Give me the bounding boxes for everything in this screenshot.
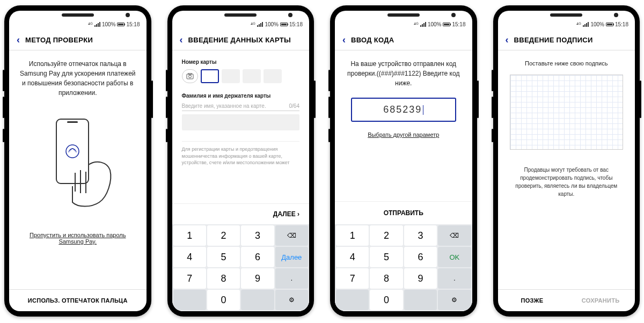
status-bar: ⁴ᴳ 100% 15:18 bbox=[335, 11, 472, 30]
battery-icon bbox=[117, 23, 125, 26]
use-fingerprint-button[interactable]: ИСПОЛЬЗ. ОТПЕЧАТОК ПАЛЬЦА bbox=[9, 289, 147, 311]
code-instruction: На ваше устройство отправлен код проверк… bbox=[345, 59, 463, 88]
key-1[interactable]: 1 bbox=[336, 225, 369, 246]
send-button[interactable]: ОТПРАВИТЬ bbox=[335, 201, 472, 224]
svg-point-2 bbox=[66, 145, 79, 158]
phone-1: ⁴ᴳ 100% 15:18 ‹ МЕТОД ПРОВЕРКИ Используй… bbox=[4, 5, 151, 317]
key-6[interactable]: 6 bbox=[404, 247, 437, 267]
svg-rect-0 bbox=[56, 119, 89, 183]
status-bar: ⁴ᴳ 100% 15:18 bbox=[172, 11, 310, 30]
key-0[interactable]: 0 bbox=[370, 290, 402, 310]
key-5[interactable]: 5 bbox=[207, 247, 240, 267]
key-7[interactable]: 7 bbox=[336, 268, 369, 289]
battery-icon bbox=[443, 23, 450, 26]
fingerprint-illustration bbox=[19, 114, 137, 210]
key-backspace[interactable]: ⌫ bbox=[438, 225, 471, 246]
page-title: ВВЕДЕНИЕ ПОДПИСИ bbox=[514, 36, 593, 44]
page-title: ВВОД КОДА bbox=[351, 36, 394, 44]
key-dot[interactable]: . bbox=[438, 268, 471, 289]
card-segment-3[interactable] bbox=[243, 69, 261, 83]
back-button[interactable]: ‹ bbox=[342, 34, 346, 46]
svg-rect-1 bbox=[67, 121, 78, 123]
phone-4: ⁴ᴳ 100% 15:18 ‹ ВВЕДЕНИЕ ПОДПИСИ Поставь… bbox=[493, 5, 640, 317]
battery-icon bbox=[280, 23, 288, 26]
card-segment-2[interactable] bbox=[222, 69, 240, 83]
key-8[interactable]: 8 bbox=[370, 268, 402, 289]
key-2[interactable]: 2 bbox=[370, 225, 402, 246]
numeric-keypad: 1 2 3 ⌫ 4 5 6 Далее 7 8 9 . 0 ⚙ bbox=[172, 224, 310, 311]
key-ok[interactable]: OK bbox=[438, 247, 471, 267]
back-button[interactable]: ‹ bbox=[180, 34, 183, 46]
skip-link[interactable]: Пропустить и использовать пароль Samsung… bbox=[19, 232, 137, 245]
key-2[interactable]: 2 bbox=[207, 225, 240, 246]
page-title: МЕТОД ПРОВЕРКИ bbox=[25, 36, 93, 44]
later-button[interactable]: ПОЗЖЕ bbox=[498, 290, 567, 311]
cardholder-label: Фамилия и имя держателя карты bbox=[182, 93, 300, 99]
next-button[interactable]: ДАЛЕЕ › bbox=[172, 203, 310, 224]
svg-point-4 bbox=[188, 75, 191, 78]
code-input[interactable]: 685239 bbox=[351, 98, 456, 122]
key-4[interactable]: 4 bbox=[336, 247, 369, 267]
numeric-keypad: 1 2 3 ⌫ 4 5 6 OK 7 8 9 . 0 ⚙ bbox=[335, 224, 472, 311]
key-6[interactable]: 6 bbox=[241, 247, 274, 267]
key-empty bbox=[173, 290, 206, 310]
battery-icon bbox=[606, 23, 613, 26]
back-button[interactable]: ‹ bbox=[17, 34, 20, 46]
key-9[interactable]: 9 bbox=[404, 268, 437, 289]
fraud-note: Для регистрации карты и предотвращения м… bbox=[182, 141, 300, 166]
key-4[interactable]: 4 bbox=[173, 247, 206, 267]
choose-other-link[interactable]: Выбрать другой параметр bbox=[345, 131, 463, 138]
card-segment-1[interactable] bbox=[201, 69, 219, 83]
signature-pad[interactable] bbox=[510, 75, 624, 150]
signature-heading: Поставьте ниже свою подпись bbox=[508, 59, 626, 68]
card-segment-4[interactable] bbox=[264, 69, 282, 83]
key-settings[interactable]: ⚙ bbox=[275, 290, 308, 310]
back-button[interactable]: ‹ bbox=[506, 34, 509, 46]
key-1[interactable]: 1 bbox=[173, 225, 206, 246]
cardholder-input[interactable]: Введите имя, указанное на карте. 0/64 bbox=[182, 103, 300, 111]
key-settings[interactable]: ⚙ bbox=[438, 290, 471, 310]
phone-2: ⁴ᴳ 100% 15:18 ‹ ВВЕДЕНИЕ ДАННЫХ КАРТЫ Но… bbox=[167, 5, 314, 317]
key-5[interactable]: 5 bbox=[370, 247, 402, 267]
instruction-text: Используйте отпечаток пальца в Samsung P… bbox=[19, 59, 137, 98]
key-9[interactable]: 9 bbox=[241, 268, 274, 289]
key-3[interactable]: 3 bbox=[404, 225, 437, 246]
card-number-label: Номер карты bbox=[182, 59, 300, 65]
key-empty2 bbox=[404, 290, 437, 310]
key-dot[interactable]: . bbox=[275, 268, 308, 289]
status-bar: ⁴ᴳ 100% 15:18 bbox=[498, 11, 635, 30]
save-button[interactable]: СОХРАНИТЬ bbox=[566, 290, 635, 311]
key-3[interactable]: 3 bbox=[241, 225, 274, 246]
key-7[interactable]: 7 bbox=[173, 268, 206, 289]
key-empty2 bbox=[241, 290, 274, 310]
key-8[interactable]: 8 bbox=[207, 268, 240, 289]
signature-note: Продавцы могут требовать от вас продемон… bbox=[508, 166, 626, 198]
status-bar: ⁴ᴳ 100% 15:18 bbox=[9, 11, 147, 30]
page-title: ВВЕДЕНИЕ ДАННЫХ КАРТЫ bbox=[188, 36, 291, 44]
phone-3: ⁴ᴳ 100% 15:18 ‹ ВВОД КОДА На ваше устрой… bbox=[330, 5, 477, 317]
camera-button[interactable] bbox=[182, 69, 198, 83]
key-0[interactable]: 0 bbox=[207, 290, 240, 310]
key-backspace[interactable]: ⌫ bbox=[275, 225, 308, 246]
key-next[interactable]: Далее bbox=[275, 247, 308, 267]
key-empty bbox=[336, 290, 369, 310]
